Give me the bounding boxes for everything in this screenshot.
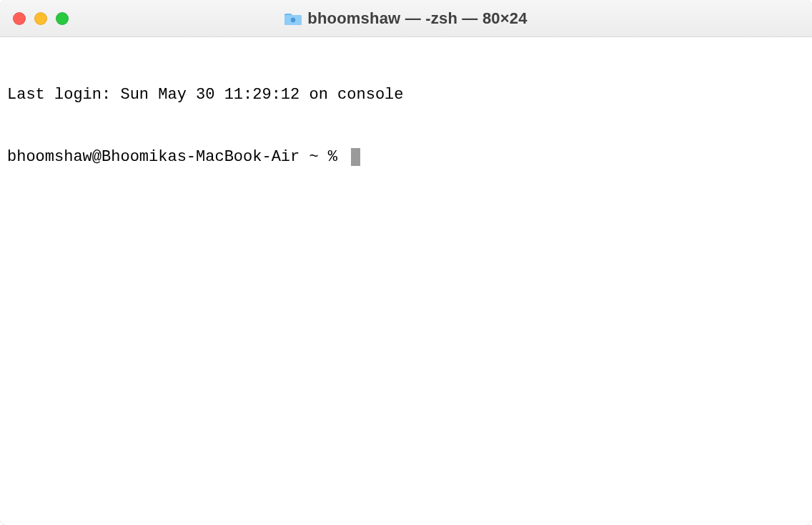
close-button[interactable]	[13, 12, 26, 25]
traffic-lights	[13, 12, 69, 25]
prompt-line: bhoomshaw@Bhoomikas-MacBook-Air ~ %	[7, 147, 805, 167]
folder-icon	[284, 11, 302, 26]
minimize-button[interactable]	[34, 12, 47, 25]
terminal-body[interactable]: Last login: Sun May 30 11:29:12 on conso…	[0, 37, 812, 525]
shell-prompt: bhoomshaw@Bhoomikas-MacBook-Air ~ %	[7, 147, 347, 167]
cursor[interactable]	[351, 148, 360, 166]
terminal-window: bhoomshaw — -zsh — 80×24 Last login: Sun…	[0, 0, 812, 525]
window-title: bhoomshaw — -zsh — 80×24	[307, 9, 527, 28]
zoom-button[interactable]	[56, 12, 69, 25]
svg-point-0	[291, 17, 295, 21]
last-login-line: Last login: Sun May 30 11:29:12 on conso…	[7, 84, 805, 105]
titlebar[interactable]: bhoomshaw — -zsh — 80×24	[0, 0, 812, 37]
title-wrap: bhoomshaw — -zsh — 80×24	[0, 9, 812, 28]
